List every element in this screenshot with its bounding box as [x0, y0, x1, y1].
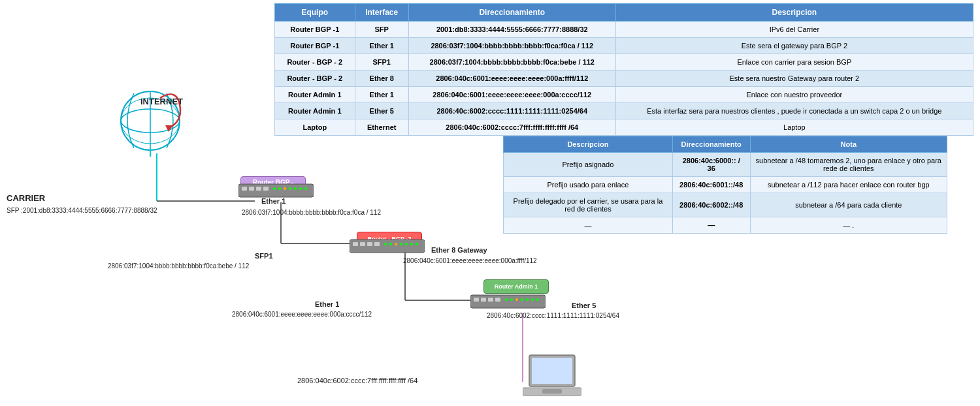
svg-point-18	[273, 187, 276, 190]
svg-point-34	[405, 243, 408, 245]
router-admin1-label: Router Admin 1	[483, 279, 549, 294]
col-header-equipo: Equipo	[275, 4, 355, 22]
laptop-addr: 2806:040c:6002:cccc:7fff:ffff:ffff:ffff …	[297, 375, 417, 386]
svg-rect-41	[495, 298, 500, 302]
svg-rect-16	[256, 187, 261, 191]
svg-point-42	[505, 298, 508, 301]
sub-cell-nota: subnetear a /112 para hacer enlace con r…	[750, 177, 947, 193]
table-cell-interface: Ether 5	[355, 103, 408, 119]
svg-point-22	[294, 187, 297, 190]
sfp1-label: SFP1	[255, 251, 273, 262]
sfp1-addr: 2806:03f7:1004:bbbb:bbbb:bbbb:f0ca:bebe …	[108, 261, 249, 271]
svg-rect-15	[249, 187, 254, 191]
col-header-direccionamiento: Direccionamiento	[408, 4, 615, 22]
main-table: Equipo Interface Direccionamiento Descri…	[274, 3, 973, 136]
table-cell-descripcion: Enlace con nuestro proveedor	[615, 87, 973, 103]
table-cell-interface: SFP1	[355, 54, 408, 70]
sub-table-row: ——— .	[504, 217, 947, 234]
svg-point-20	[284, 187, 286, 190]
svg-point-23	[299, 187, 302, 190]
svg-point-48	[536, 298, 539, 301]
table-cell-interface: Ether 1	[355, 87, 408, 103]
laptop-icon	[523, 352, 581, 399]
sub-cell-nota: subnetear a /48 tomaremos 2, uno para en…	[750, 153, 947, 177]
table-cell-direccionamiento: 2001:db8:3333:4444:5555:6666:7777:8888/3…	[408, 22, 615, 38]
svg-rect-38	[474, 298, 479, 302]
router-admin1-device	[470, 292, 546, 311]
svg-rect-17	[263, 187, 269, 191]
ether5-label: Ether 5	[572, 300, 596, 311]
sub-col-header-desc: Descripcion	[504, 136, 673, 153]
table-cell-equipo: Router - BGP - 2	[275, 54, 355, 70]
ether1-label-bgp1: Ether 1	[261, 196, 286, 207]
table-cell-equipo: Router - BGP - 2	[275, 70, 355, 87]
sub-table-row: Prefijo usado para enlace2806:40c:6001::…	[504, 177, 947, 193]
svg-rect-50	[532, 358, 572, 384]
table-cell-direccionamiento: 2806:03f7:1004:bbbb:bbbb:bbbb:f0ca:bebe …	[408, 54, 615, 70]
table-cell-descripcion: Este sera el gateway para BGP 2	[615, 38, 973, 54]
svg-rect-27	[360, 242, 365, 246]
carrier-label: CARRIER SFP :2001:db8:3333:4444:5555:666…	[7, 193, 157, 216]
sub-cell-descripcion: Prefijo asignado	[504, 153, 673, 177]
ether8-label: Ether 8 Gateway	[431, 245, 487, 256]
svg-point-32	[395, 243, 397, 245]
table-cell-direccionamiento: 2806:40c:6002:cccc:1111:1111:1111:0254/6…	[408, 103, 615, 119]
ether5-addr: 2806:40c:6002:cccc:1111:1111:1111:0254/6…	[487, 311, 619, 320]
sub-cell-nota: — .	[750, 217, 947, 234]
sub-table: Descripcion Direccionamiento Nota Prefij…	[503, 136, 947, 234]
ether1-addr-bgp1: 2806:03f7:1004:bbbb:bbbb:bbbb:f0ca:f0ca …	[242, 208, 381, 217]
table-row: LaptopEthernet2806:040c:6002:cccc:7fff:f…	[275, 119, 973, 136]
table-cell-equipo: Router Admin 1	[275, 103, 355, 119]
table-cell-direccionamiento: 2806:040c:6001:eeee:eeee:eeee:000a:ffff/…	[408, 70, 615, 87]
svg-point-43	[510, 298, 513, 301]
svg-rect-40	[488, 298, 493, 302]
router-bgp2-device	[350, 237, 425, 255]
table-cell-interface: SFP	[355, 22, 408, 38]
sub-cell-direccionamiento: —	[672, 217, 750, 234]
table-cell-interface: Ether 1	[355, 38, 408, 54]
table-cell-interface: Ethernet	[355, 119, 408, 136]
svg-point-33	[400, 243, 402, 245]
svg-rect-29	[374, 242, 380, 246]
svg-rect-14	[242, 187, 247, 191]
svg-point-45	[521, 298, 523, 301]
table-cell-descripcion: IPv6 del Carrier	[615, 22, 973, 38]
col-header-descripcion: Descripcion	[615, 4, 973, 22]
ether1-addr-admin1: 2806:040c:6001:eeee:eeee:eeee:000a:cccc/…	[232, 309, 372, 319]
sub-cell-direccionamiento: 2806:40c:6002::/48	[672, 193, 750, 217]
svg-point-21	[289, 187, 291, 190]
sub-table-row: Prefijo delegado por el carrier, se usar…	[504, 193, 947, 217]
svg-point-44	[515, 298, 518, 301]
table-cell-descripcion: Esta interfaz sera para nuestros cliente…	[615, 103, 973, 119]
sub-col-header-nota: Nota	[750, 136, 947, 153]
sub-cell-direccionamiento: 2806:40c:6000:: / 36	[672, 153, 750, 177]
table-cell-equipo: Router Admin 1	[275, 87, 355, 103]
internet-label: INTERNET	[140, 97, 183, 106]
table-row: Router Admin 1Ether 52806:40c:6002:cccc:…	[275, 103, 973, 119]
internet-globe	[114, 85, 186, 157]
ether1-label-admin1: Ether 1	[315, 299, 339, 310]
svg-rect-28	[367, 242, 372, 246]
table-cell-direccionamiento: 2806:040c:6002:cccc:7fff:ffff:ffff:ffff …	[408, 119, 615, 136]
main-table-section: Equipo Interface Direccionamiento Descri…	[274, 3, 973, 136]
svg-point-31	[389, 243, 392, 245]
sub-cell-descripcion: —	[504, 217, 673, 234]
svg-point-35	[410, 243, 413, 245]
table-cell-equipo: Router BGP -1	[275, 38, 355, 54]
svg-point-30	[384, 243, 387, 245]
table-row: Router Admin 1Ether 12806:040c:6001:eeee…	[275, 87, 973, 103]
sub-cell-descripcion: Prefijo usado para enlace	[504, 177, 673, 193]
table-cell-equipo: Laptop	[275, 119, 355, 136]
table-cell-equipo: Router BGP -1	[275, 22, 355, 38]
svg-rect-52	[542, 389, 562, 394]
svg-point-46	[526, 298, 529, 301]
table-row: Router BGP -1Ether 12806:03f7:1004:bbbb:…	[275, 38, 973, 54]
table-cell-direccionamiento: 2806:040c:6001:eeee:eeee:eeee:000a:cccc/…	[408, 87, 615, 103]
col-header-interface: Interface	[355, 4, 408, 22]
table-row: Router BGP -1SFP2001:db8:3333:4444:5555:…	[275, 22, 973, 38]
table-cell-descripcion: Laptop	[615, 119, 973, 136]
table-cell-descripcion: Enlace con carrier para sesion BGP	[615, 54, 973, 70]
svg-point-47	[531, 298, 534, 301]
sub-table-section: Descripcion Direccionamiento Nota Prefij…	[503, 136, 947, 234]
sub-col-header-dir: Direccionamiento	[672, 136, 750, 153]
